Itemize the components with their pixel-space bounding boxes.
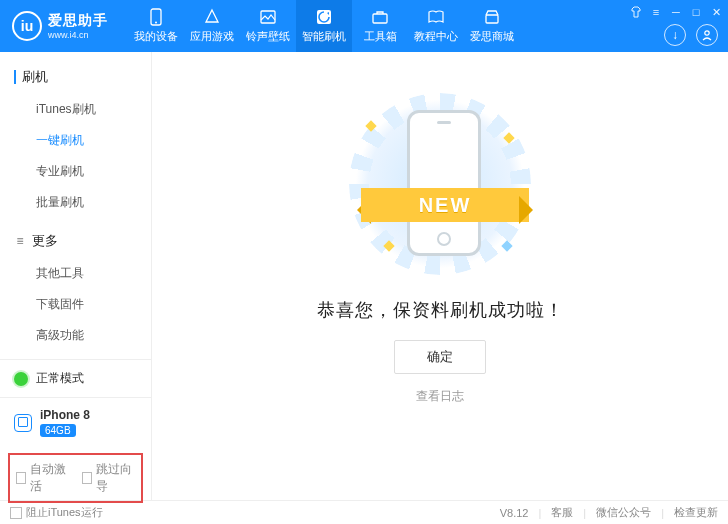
download-icon[interactable]: ↓ xyxy=(664,24,686,46)
device-icon xyxy=(14,414,32,432)
check-update-link[interactable]: 检查更新 xyxy=(674,505,718,520)
nav-tutorials[interactable]: 教程中心 xyxy=(408,0,464,52)
sidebar-group-more: ≡ 更多 xyxy=(0,226,151,256)
svg-rect-4 xyxy=(373,14,387,23)
skin-icon[interactable] xyxy=(628,4,644,20)
phone-icon xyxy=(147,8,165,26)
brand: iu 爱思助手 www.i4.cn xyxy=(0,11,120,41)
separator: | xyxy=(538,507,541,519)
window-controls: ≡ ─ □ ✕ xyxy=(628,4,724,20)
nav-label: 工具箱 xyxy=(364,29,397,44)
wechat-link[interactable]: 微信公众号 xyxy=(596,505,651,520)
sidebar: 刷机 iTunes刷机 一键刷机 专业刷机 批量刷机 ≡ 更多 其他工具 下载固… xyxy=(0,52,152,500)
success-headline: 恭喜您，保资料刷机成功啦！ xyxy=(317,298,564,322)
sidebar-item-advanced[interactable]: 高级功能 xyxy=(0,320,151,351)
top-nav: 我的设备 应用游戏 铃声壁纸 智能刷机 工具箱 教程中心 爱思商城 xyxy=(128,0,520,52)
nav-label: 教程中心 xyxy=(414,29,458,44)
nav-label: 智能刷机 xyxy=(302,29,346,44)
close-icon[interactable]: ✕ xyxy=(708,4,724,20)
separator: | xyxy=(661,507,664,519)
nav-flash[interactable]: 智能刷机 xyxy=(296,0,352,52)
confirm-button[interactable]: 确定 xyxy=(394,340,486,374)
book-icon xyxy=(427,8,445,26)
version-label: V8.12 xyxy=(500,507,529,519)
sidebar-item-other-tools[interactable]: 其他工具 xyxy=(0,258,151,289)
skip-guide-checkbox[interactable]: 跳过向导 xyxy=(82,461,136,495)
sidebar-list-more: 其他工具 下载固件 高级功能 xyxy=(0,256,151,359)
sidebar-item-onekey-flash[interactable]: 一键刷机 xyxy=(0,125,151,156)
checkbox-label: 自动激活 xyxy=(30,461,69,495)
more-icon: ≡ xyxy=(14,234,26,248)
toolbox-icon xyxy=(371,8,389,26)
sidebar-group-flash: 刷机 xyxy=(0,62,151,92)
support-link[interactable]: 客服 xyxy=(551,505,573,520)
nav-label: 铃声壁纸 xyxy=(246,29,290,44)
status-dot-icon xyxy=(14,372,28,386)
nav-toolbox[interactable]: 工具箱 xyxy=(352,0,408,52)
body: 刷机 iTunes刷机 一键刷机 专业刷机 批量刷机 ≡ 更多 其他工具 下载固… xyxy=(0,52,728,500)
mode-label: 正常模式 xyxy=(36,370,84,387)
maximize-icon[interactable]: □ xyxy=(688,4,704,20)
nav-label: 爱思商城 xyxy=(470,29,514,44)
brand-text: 爱思助手 www.i4.cn xyxy=(48,12,108,40)
nav-ringtones[interactable]: 铃声壁纸 xyxy=(240,0,296,52)
nav-my-device[interactable]: 我的设备 xyxy=(128,0,184,52)
store-icon xyxy=(483,8,501,26)
group-title: 刷机 xyxy=(22,68,48,86)
success-illustration: NEW xyxy=(325,92,555,276)
brand-name: 爱思助手 xyxy=(48,12,108,30)
checkbox-icon xyxy=(10,507,22,519)
status-bar-right: V8.12 | 客服 | 微信公众号 | 检查更新 xyxy=(500,505,718,520)
nav-store[interactable]: 爱思商城 xyxy=(464,0,520,52)
user-icon[interactable] xyxy=(696,24,718,46)
minimize-icon[interactable]: ─ xyxy=(668,4,684,20)
device-info[interactable]: iPhone 8 64GB xyxy=(0,397,151,447)
separator: | xyxy=(583,507,586,519)
sidebar-item-batch-flash[interactable]: 批量刷机 xyxy=(0,187,151,218)
checkbox-icon xyxy=(16,472,26,484)
sidebar-item-itunes-flash[interactable]: iTunes刷机 xyxy=(0,94,151,125)
checkbox-icon xyxy=(82,472,92,484)
ribbon-icon: NEW xyxy=(347,180,543,228)
device-name: iPhone 8 xyxy=(40,408,90,422)
flash-icon xyxy=(315,8,333,26)
apps-icon xyxy=(203,8,221,26)
nav-label: 我的设备 xyxy=(134,29,178,44)
svg-rect-5 xyxy=(486,15,498,23)
nav-label: 应用游戏 xyxy=(190,29,234,44)
sidebar-item-pro-flash[interactable]: 专业刷机 xyxy=(0,156,151,187)
svg-point-1 xyxy=(155,22,157,24)
capacity-badge: 64GB xyxy=(40,424,76,437)
sidebar-list-flash: iTunes刷机 一键刷机 专业刷机 批量刷机 xyxy=(0,92,151,226)
accent-bar-icon xyxy=(14,70,16,84)
view-log-link[interactable]: 查看日志 xyxy=(416,388,464,405)
brand-url: www.i4.cn xyxy=(48,30,108,40)
auto-activate-checkbox[interactable]: 自动激活 xyxy=(16,461,70,495)
sidebar-bottom: 正常模式 iPhone 8 64GB 自动激活 跳过向导 xyxy=(0,359,151,507)
logo-icon: iu xyxy=(12,11,42,41)
checkbox-label: 阻止iTunes运行 xyxy=(26,505,103,520)
wallpaper-icon xyxy=(259,8,277,26)
svg-point-6 xyxy=(705,31,709,35)
sidebar-item-download-firmware[interactable]: 下载固件 xyxy=(0,289,151,320)
menu-icon[interactable]: ≡ xyxy=(648,4,664,20)
options-box: 自动激活 跳过向导 xyxy=(8,453,143,503)
device-mode[interactable]: 正常模式 xyxy=(0,359,151,397)
checkbox-label: 跳过向导 xyxy=(96,461,135,495)
ribbon-text: NEW xyxy=(361,188,529,222)
block-itunes-checkbox[interactable]: 阻止iTunes运行 xyxy=(10,505,103,520)
nav-apps[interactable]: 应用游戏 xyxy=(184,0,240,52)
top-right-actions: ↓ xyxy=(664,24,718,46)
group-title: 更多 xyxy=(32,232,58,250)
top-bar: iu 爱思助手 www.i4.cn 我的设备 应用游戏 铃声壁纸 智能刷机 工具… xyxy=(0,0,728,52)
main-panel: NEW 恭喜您，保资料刷机成功啦！ 确定 查看日志 xyxy=(152,52,728,500)
